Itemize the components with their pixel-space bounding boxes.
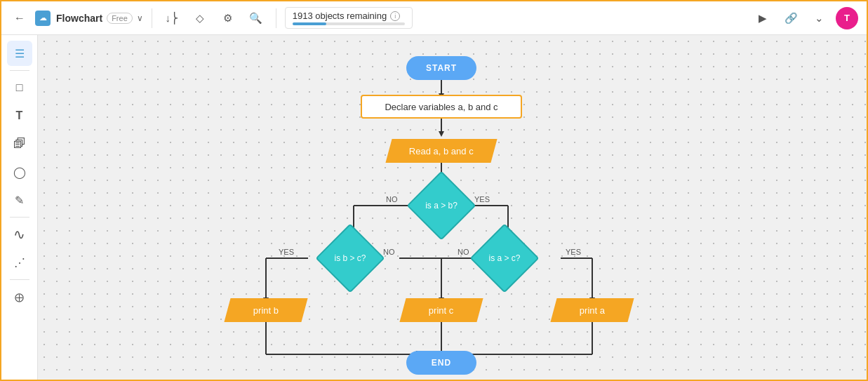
select-tool[interactable]: ☰ [7,41,32,66]
title-area: Flowchart Free ∨ [56,13,143,24]
note-icon: 🗊 [13,137,26,152]
start-node[interactable]: START [406,56,476,80]
back-icon: ← [14,12,25,25]
read-node[interactable]: Read a, b and c [385,139,497,163]
canvas[interactable]: NO YES YES NO NO YES START Declare varia… [38,35,867,381]
svg-marker-5 [439,131,444,137]
text-tool[interactable]: T [7,103,32,128]
curve-icon: ∿ [13,226,25,243]
avatar[interactable]: T [836,7,858,29]
counter-wrap: 1913 objects remaining i [293,11,405,25]
doc-title: Flowchart [56,13,102,24]
declare-node[interactable]: Declare variables a, b and c [361,95,522,119]
shapes-icon: ◯ [13,166,26,179]
separator-1 [152,8,152,28]
pen-tool[interactable]: ✎ [7,187,32,213]
search-button[interactable]: 🔍 [245,7,267,29]
frame-tool[interactable]: □ [7,75,32,100]
settings-button[interactable]: ⚙ [217,7,239,29]
play-icon: ▶ [759,12,767,25]
sidebar-sep-2 [10,217,29,218]
topbar-right: ▶ 🔗 ⌄ T [752,7,858,29]
add-shapes-icon: ⨁ [15,292,24,302]
svg-text:YES: YES [566,248,581,256]
frame-icon: □ [16,81,23,94]
text-icon: T [16,109,23,122]
gear-icon: ⚙ [223,12,232,25]
print-c-node[interactable]: print c [399,298,483,322]
info-icon[interactable]: i [390,11,400,21]
doc-icon: ☁ [35,11,51,26]
shapes-tool[interactable]: ◯ [7,159,32,185]
plan-badge: Free [107,13,133,24]
objects-remaining-text: 1913 objects remaining [293,11,387,21]
tag-icon: ◇ [196,12,204,25]
print-a-node[interactable]: print a [550,298,634,322]
tag-button[interactable]: ◇ [189,7,211,29]
chevron-down-icon: ⌄ [815,12,824,25]
end-node[interactable]: END [406,351,476,375]
note-tool[interactable]: 🗊 [7,131,32,156]
print-b-node[interactable]: print b [224,298,307,322]
download-button[interactable]: ↓⎬ [161,7,183,29]
title-chevron-icon[interactable]: ∨ [137,13,143,23]
decision3-label: is a > c? [488,253,520,263]
decision2-label: is b > c? [334,253,366,263]
counter-row: 1913 objects remaining i [293,11,405,21]
decision1-label: is a > b? [425,201,458,210]
share-button[interactable]: 🔗 [780,7,802,29]
curve-tool[interactable]: ∿ [7,222,32,247]
progress-bar-fill [293,22,326,25]
pen-icon: ✎ [15,194,24,207]
connector-tool[interactable]: ⋰ [7,250,32,275]
expand-button[interactable]: ⌄ [808,7,830,29]
left-sidebar: ☰ □ T 🗊 ◯ ✎ ∿ ⋰ ⨁ [1,35,38,381]
share-icon: 🔗 [784,12,798,25]
select-icon: ☰ [15,47,25,60]
objects-counter: 1913 objects remaining i [285,7,413,29]
connector-icon: ⋰ [14,256,25,269]
sidebar-sep-3 [10,279,29,280]
add-shapes-tool[interactable]: ⨁ [7,284,32,309]
download-icon: ↓⎬ [166,12,179,25]
progress-bar-wrap [293,22,405,25]
sidebar-sep-1 [10,70,29,71]
play-button[interactable]: ▶ [752,7,774,29]
search-icon: 🔍 [249,12,262,25]
separator-2 [276,8,276,28]
back-button[interactable]: ← [10,8,29,28]
